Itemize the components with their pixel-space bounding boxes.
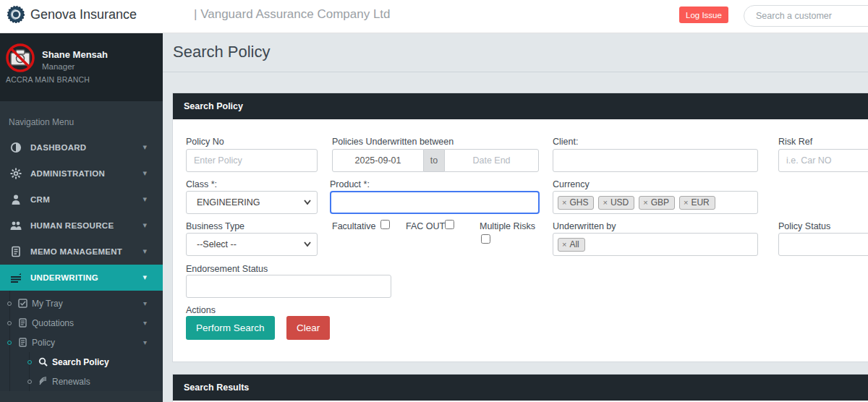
note-icon (18, 318, 27, 328)
bullet-icon (7, 321, 12, 325)
sidebar-item-dashboard[interactable]: DASHBOARD ▾ (0, 134, 163, 161)
bullet-icon (7, 302, 12, 306)
company-name: | Vanguard Assurance Company Ltd (194, 7, 391, 22)
search-policy-form: Policy No Policies Underwritten between … (173, 119, 868, 362)
sidebar-item-underwriting[interactable]: UNDERWRITING ▾ (0, 265, 163, 291)
policy-children: Search Policy Renewals (0, 352, 163, 391)
currency-tag[interactable]: ×EUR (679, 196, 715, 210)
facultative-checkbox[interactable] (380, 220, 390, 229)
tag-label: GBP (651, 197, 669, 208)
gear-icon (10, 168, 22, 179)
underwriting-submenu: My Tray ▾ Quotations ▾ Policy ▾ Search P… (0, 291, 163, 391)
main-content: Search Policy Search Policy Policy No Po… (163, 33, 868, 402)
brand-name: Genova Insurance (30, 7, 137, 22)
currency-tag[interactable]: ×GHS (558, 196, 594, 210)
panel-header: Search Policy (173, 93, 868, 119)
page-title: Search Policy (163, 33, 868, 61)
date-start-input[interactable] (332, 149, 424, 172)
policy-no-label: Policy No (186, 137, 224, 147)
search-policy-panel: Search Policy Policy No Policies Underwr… (172, 93, 868, 362)
perform-search-button[interactable]: Perform Search (186, 316, 275, 340)
currency-tagbox[interactable]: ×GHS ×USD ×GBP ×EUR (553, 191, 758, 214)
tag-label: GHS (569, 197, 588, 208)
policy-status-label: Policy Status (778, 221, 830, 231)
business-type-select-wrap: --Select -- (186, 233, 318, 256)
date-range-group: to (332, 149, 539, 172)
search-icon (38, 357, 48, 367)
sidebar-item-crm[interactable]: CRM ▾ (0, 187, 163, 213)
search-results-panel: Search Results (172, 374, 868, 402)
underwritten-by-tagbox[interactable]: ×All (553, 233, 758, 256)
class-select[interactable]: ENGINEERING (186, 191, 318, 214)
sidebar-item-label: CRM (30, 195, 50, 204)
submenu-item-policy[interactable]: Policy ▾ (0, 333, 163, 352)
top-header: Genova Insurance | Vanguard Assurance Co… (0, 0, 868, 33)
fac-out-checkbox[interactable] (445, 220, 454, 229)
renew-icon (38, 377, 48, 386)
user-panel: Shane Mensah Manager ACCRA MAIN BRANCH (0, 33, 163, 101)
policy-status-input[interactable] (778, 233, 868, 256)
facultative-label: Facultative (332, 221, 375, 231)
remove-tag-icon[interactable]: × (562, 198, 566, 207)
tray-check-icon (18, 299, 27, 308)
title-divider (163, 72, 868, 72)
submenu-item-quotations[interactable]: Quotations ▾ (0, 313, 163, 333)
submenu-item-my-tray[interactable]: My Tray ▾ (0, 294, 163, 313)
currency-tag[interactable]: ×USD (598, 196, 634, 210)
chevron-down-icon: ▾ (142, 194, 147, 204)
user-role: Manager (42, 62, 108, 71)
fac-out-label: FAC OUT (406, 221, 445, 231)
remove-tag-icon[interactable]: × (643, 198, 647, 207)
brand[interactable]: Genova Insurance (7, 6, 137, 23)
chevron-down-icon: ▾ (143, 338, 147, 346)
submenu-item-search-policy[interactable]: Search Policy (0, 352, 163, 372)
submenu-item-label: Search Policy (52, 357, 109, 367)
chevron-down-icon: ▾ (142, 168, 147, 178)
underwriter-tag[interactable]: ×All (558, 238, 585, 252)
product-input[interactable] (330, 191, 540, 214)
multiple-risks-checkbox[interactable] (481, 234, 490, 244)
submenu-item-label: Quotations (32, 318, 74, 328)
date-end-input[interactable] (444, 149, 539, 172)
chevron-down-icon: ▾ (142, 273, 147, 282)
dashboard-icon (10, 142, 22, 153)
sidebar-item-human-resource[interactable]: HUMAN RESOURCE ▾ (0, 213, 163, 239)
customer-search-input[interactable] (744, 5, 868, 27)
clear-button[interactable]: Clear (286, 316, 330, 340)
tag-label: EUR (691, 197, 709, 208)
note-icon (18, 338, 27, 347)
results-panel-header: Search Results (173, 375, 868, 401)
sidebar-item-label: DASHBOARD (30, 143, 86, 152)
chevron-down-icon: ▾ (142, 221, 147, 230)
chevron-down-icon: ▾ (143, 319, 147, 327)
client-input[interactable] (553, 149, 758, 172)
sidebar-item-memo-management[interactable]: MEMO MANAGEMENT ▾ (0, 239, 163, 265)
sidebar-item-administration[interactable]: ADMINISTRATION ▾ (0, 161, 163, 187)
endorsement-status-input[interactable] (186, 275, 391, 298)
tag-label: USD (610, 197, 629, 208)
client-label: Client: (553, 137, 578, 147)
sidebar-item-label: ADMINISTRATION (30, 169, 105, 178)
people-icon (10, 220, 22, 231)
risk-ref-label: Risk Ref (778, 137, 812, 147)
submenu-item-renewals[interactable]: Renewals (0, 372, 163, 391)
risk-ref-input[interactable] (778, 149, 868, 172)
main-menu: DASHBOARD ▾ ADMINISTRATION ▾ CRM ▾ HUMAN… (0, 134, 163, 291)
remove-tag-icon[interactable]: × (562, 240, 566, 249)
business-type-select[interactable]: --Select -- (186, 233, 318, 256)
multiple-risks-label: Multiple Risks (480, 221, 535, 231)
chevron-down-icon: ▾ (143, 299, 147, 307)
brand-logo-icon (7, 6, 25, 23)
remove-tag-icon[interactable]: × (684, 198, 688, 207)
product-label: Product *: (330, 179, 370, 189)
dates-label: Policies Underwritten between (332, 137, 454, 147)
sidebar-item-label: HUMAN RESOURCE (30, 221, 114, 230)
currency-tag[interactable]: ×GBP (639, 196, 675, 210)
bullet-icon (7, 341, 12, 345)
list-icon (10, 272, 22, 283)
policy-no-input[interactable] (186, 149, 318, 172)
log-issue-button[interactable]: Log Issue (679, 7, 728, 23)
sidebar-item-label: MEMO MANAGEMENT (30, 247, 122, 256)
chevron-down-icon: ▾ (142, 247, 147, 256)
remove-tag-icon[interactable]: × (603, 198, 607, 207)
